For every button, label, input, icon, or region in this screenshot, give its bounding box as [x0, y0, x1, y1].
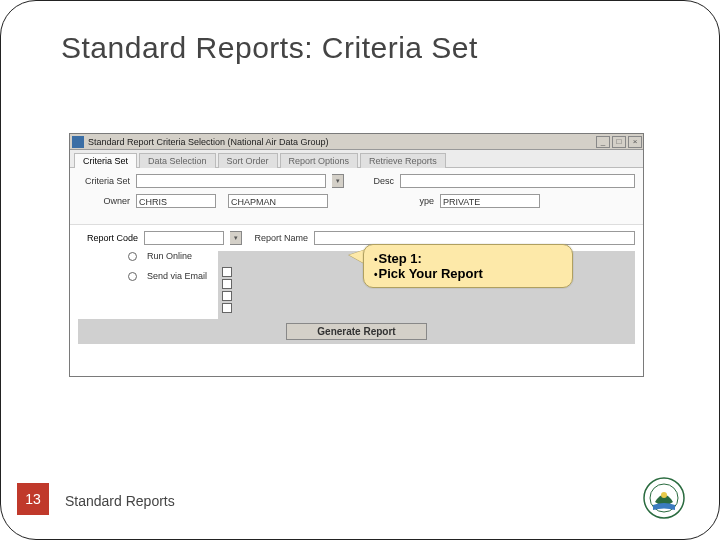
type-label: ype	[394, 196, 434, 206]
callout-line-2: Pick Your Report	[374, 266, 562, 281]
report-code-dropdown-icon[interactable]: ▾	[230, 231, 242, 245]
type-input[interactable]: PRIVATE	[440, 194, 540, 208]
criteria-set-input[interactable]	[136, 174, 326, 188]
tab-sort-order[interactable]: Sort Order	[218, 153, 278, 168]
option-checkbox-3[interactable]	[222, 291, 232, 301]
tab-report-options[interactable]: Report Options	[280, 153, 359, 168]
footer-label: Standard Reports	[65, 493, 175, 509]
send-email-label: Send via Email	[147, 271, 207, 281]
owner-last-input[interactable]: CHAPMAN	[228, 194, 328, 208]
tab-data-selection[interactable]: Data Selection	[139, 153, 216, 168]
run-online-label: Run Online	[147, 251, 192, 261]
callout-line-1: Step 1:	[374, 251, 562, 266]
slide-title: Standard Reports: Criteria Set	[61, 31, 478, 65]
window-titlebar: Standard Report Criteria Selection (Nati…	[70, 134, 643, 150]
close-button[interactable]: ×	[628, 136, 642, 148]
desc-input[interactable]	[400, 174, 635, 188]
maximize-button[interactable]: □	[612, 136, 626, 148]
criteria-set-label: Criteria Set	[78, 176, 130, 186]
run-online-radio[interactable]	[128, 252, 137, 261]
report-code-label: Report Code	[78, 233, 138, 243]
desc-label: Desc	[364, 176, 394, 186]
report-code-input[interactable]	[144, 231, 224, 245]
owner-first-input[interactable]: CHRIS	[136, 194, 216, 208]
report-name-label: Report Name	[248, 233, 308, 243]
option-checkbox-2[interactable]	[222, 279, 232, 289]
owner-label: Owner	[78, 196, 130, 206]
generate-report-button[interactable]: Generate Report	[286, 323, 426, 340]
epa-logo-icon	[643, 477, 685, 519]
app-icon	[72, 136, 84, 148]
tab-criteria-set[interactable]: Criteria Set	[74, 153, 137, 168]
tab-retrieve-reports[interactable]: Retrieve Reports	[360, 153, 446, 168]
send-email-radio[interactable]	[128, 272, 137, 281]
minimize-button[interactable]: _	[596, 136, 610, 148]
svg-point-2	[661, 492, 667, 498]
tab-strip: Criteria Set Data Selection Sort Order R…	[70, 150, 643, 168]
report-name-input[interactable]	[314, 231, 635, 245]
option-checkbox-4[interactable]	[222, 303, 232, 313]
callout-bubble: Step 1: Pick Your Report	[363, 244, 573, 288]
option-checkbox-1[interactable]	[222, 267, 232, 277]
criteria-set-dropdown-icon[interactable]: ▾	[332, 174, 344, 188]
page-number: 13	[17, 483, 49, 515]
window-title: Standard Report Criteria Selection (Nati…	[86, 137, 595, 147]
